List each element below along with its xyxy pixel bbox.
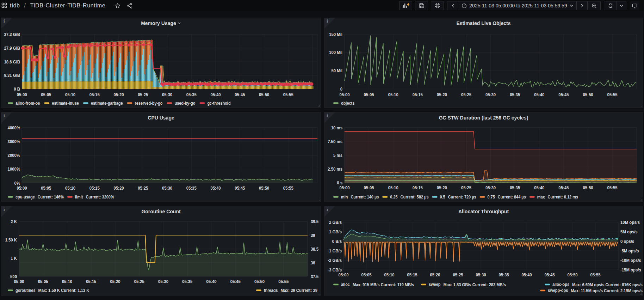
svg-text:05:45: 05:45: [230, 279, 241, 284]
svg-text:0%: 0%: [14, 180, 20, 186]
svg-text:05:10: 05:10: [65, 92, 75, 97]
svg-text:05:50: 05:50: [259, 185, 269, 191]
svg-text:05:15: 05:15: [413, 185, 423, 190]
svg-text:05:05: 05:05: [41, 92, 51, 97]
svg-text:05:30: 05:30: [162, 92, 172, 97]
svg-text:05:45: 05:45: [558, 185, 569, 190]
svg-text:05:25: 05:25: [461, 92, 471, 97]
svg-text:05:20: 05:20: [437, 92, 447, 97]
svg-text:2.50 ms: 2.50 ms: [328, 166, 342, 172]
svg-text:05:40: 05:40: [210, 185, 221, 191]
svg-text:05:00: 05:00: [339, 92, 349, 97]
svg-text:5M ops/s: 5M ops/s: [620, 229, 638, 234]
svg-text:05:55: 05:55: [590, 272, 600, 277]
svg-text:500: 500: [10, 274, 17, 279]
svg-text:50 Mil: 50 Mil: [331, 68, 342, 73]
svg-text:05:35: 05:35: [510, 92, 520, 97]
svg-text:0.75: 0.75: [488, 195, 495, 200]
svg-text:7.50 ms: 7.50 ms: [328, 139, 342, 144]
svg-text:estimate-inuse: estimate-inuse: [52, 101, 79, 106]
svg-text:Current: 720 µs: Current: 720 µs: [448, 195, 476, 200]
svg-text:-5M ops/s: -5M ops/s: [620, 248, 639, 253]
svg-text:alloc-ops: alloc-ops: [552, 282, 569, 287]
svg-text:5 ms: 5 ms: [333, 153, 342, 158]
svg-text:alloc-from-os: alloc-from-os: [16, 101, 40, 106]
svg-text:05:55: 05:55: [278, 279, 289, 284]
svg-text:05:00: 05:00: [338, 272, 348, 277]
svg-text:18.6 GiB: 18.6 GiB: [4, 59, 20, 65]
svg-text:0 s: 0 s: [337, 180, 342, 185]
svg-text:05:40: 05:40: [534, 92, 544, 97]
svg-text:Current: 582 µs: Current: 582 µs: [401, 195, 429, 200]
svg-text:05:55: 05:55: [283, 92, 293, 97]
svg-text:1000%: 1000%: [8, 166, 20, 172]
svg-text:05:35: 05:35: [182, 279, 192, 284]
svg-text:05:35: 05:35: [499, 272, 509, 277]
svg-text:05:50: 05:50: [583, 92, 593, 97]
svg-text:min: min: [341, 195, 348, 200]
svg-text:05:40: 05:40: [210, 92, 221, 97]
svg-text:05:15: 05:15: [407, 272, 417, 277]
svg-text:100 Mil: 100 Mil: [329, 50, 342, 55]
svg-text:150 Mil: 150 Mil: [329, 32, 342, 37]
svg-text:10M ops/s: 10M ops/s: [620, 220, 640, 225]
svg-text:05:15: 05:15: [89, 185, 100, 191]
svg-text:10 ms: 10 ms: [331, 125, 342, 130]
svg-text:39.5: 39.5: [311, 219, 318, 224]
svg-text:05:15: 05:15: [89, 92, 100, 97]
svg-text:05:00: 05:00: [14, 279, 24, 284]
svg-text:05:30: 05:30: [485, 185, 496, 190]
svg-text:05:50: 05:50: [259, 92, 269, 97]
svg-text:Current: 3200%: Current: 3200%: [86, 195, 114, 200]
svg-text:reserved-by-go: reserved-by-go: [135, 101, 163, 106]
svg-text:used-by-go: used-by-go: [175, 101, 196, 106]
svg-text:38: 38: [311, 260, 315, 265]
svg-text:05:45: 05:45: [235, 185, 245, 191]
svg-text:0.5: 0.5: [440, 195, 445, 200]
svg-text:05:10: 05:10: [65, 185, 75, 191]
svg-text:05:05: 05:05: [38, 279, 48, 284]
svg-text:4000%: 4000%: [8, 125, 20, 130]
svg-text:05:45: 05:45: [544, 272, 555, 277]
svg-text:05:55: 05:55: [607, 92, 618, 97]
svg-text:05:20: 05:20: [113, 92, 124, 97]
svg-text:05:20: 05:20: [437, 185, 447, 190]
svg-text:05:30: 05:30: [162, 185, 172, 191]
svg-text:05:00: 05:00: [17, 185, 27, 191]
svg-text:1 GB/s: 1 GB/s: [329, 229, 342, 234]
svg-text:05:15: 05:15: [413, 92, 423, 97]
svg-text:0: 0: [340, 86, 342, 92]
svg-text:05:25: 05:25: [138, 185, 148, 191]
svg-text:05:25: 05:25: [453, 272, 463, 277]
svg-text:05:00: 05:00: [339, 185, 349, 190]
svg-text:3000%: 3000%: [8, 139, 20, 144]
svg-text:objects: objects: [341, 101, 354, 106]
svg-text:sweep: sweep: [429, 282, 441, 287]
svg-text:05:25: 05:25: [461, 185, 471, 190]
svg-text:39: 39: [311, 233, 315, 238]
svg-text:05:40: 05:40: [521, 272, 532, 277]
svg-text:05:45: 05:45: [235, 92, 245, 97]
svg-text:27.9 GiB: 27.9 GiB: [4, 45, 20, 51]
svg-text:37.3 GiB: 37.3 GiB: [4, 32, 20, 37]
svg-text:05:30: 05:30: [158, 279, 168, 284]
svg-text:estimate-garbage: estimate-garbage: [91, 101, 123, 106]
svg-text:Max: 1.83 GB/s Current: 283 M: Max: 1.83 GB/s Current: 283 MB/s: [443, 282, 506, 287]
svg-text:05:05: 05:05: [364, 185, 374, 190]
svg-text:05:55: 05:55: [607, 185, 618, 190]
svg-text:05:40: 05:40: [534, 185, 544, 190]
svg-text:05:30: 05:30: [485, 92, 496, 97]
svg-text:38.5: 38.5: [311, 246, 318, 252]
svg-text:Max: 39 Current: 39: Max: 39 Current: 39: [280, 288, 317, 293]
svg-text:05:05: 05:05: [361, 272, 371, 277]
svg-text:Max: 11.5M ops/s Current: 2.1: Max: 11.5M ops/s Current: 2.19M ops/s: [571, 288, 643, 293]
svg-text:swepp-ops: swepp-ops: [548, 288, 568, 293]
svg-text:05:10: 05:10: [388, 185, 398, 190]
svg-text:05:05: 05:05: [41, 185, 51, 191]
svg-text:05:10: 05:10: [62, 279, 72, 284]
svg-text:05:35: 05:35: [510, 185, 520, 190]
svg-text:-15M ops/s: -15M ops/s: [620, 267, 641, 273]
svg-text:05:45: 05:45: [558, 92, 569, 97]
svg-text:2 K: 2 K: [11, 219, 17, 224]
svg-text:05:50: 05:50: [583, 185, 593, 190]
